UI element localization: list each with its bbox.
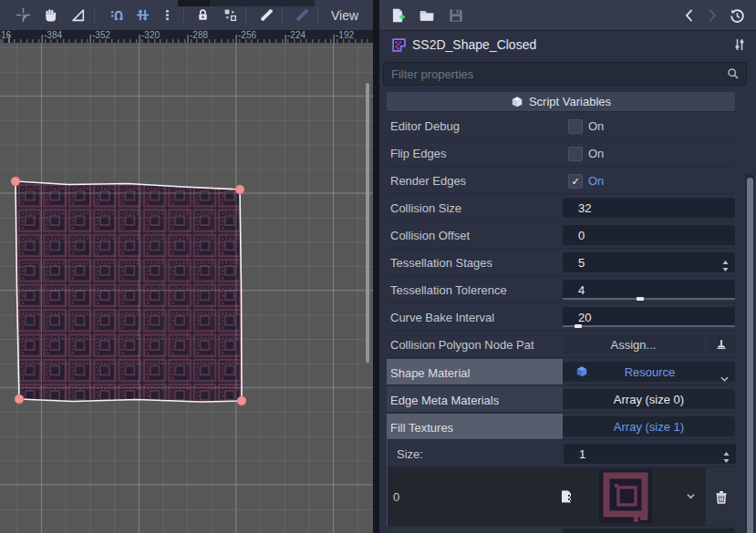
edge-meta-materials-array[interactable]: Array (size 0) — [563, 389, 735, 409]
history-forward-icon[interactable] — [701, 5, 723, 26]
ruler-tool-icon[interactable] — [66, 4, 89, 26]
toolbar-separator — [245, 6, 246, 24]
texture-preview[interactable] — [599, 470, 652, 523]
shape-canvas[interactable] — [0, 43, 373, 533]
view-menu-button[interactable]: View — [323, 4, 367, 26]
canvas-viewport[interactable]: View -416 -384 -352 -320 -288 -256 -224 … — [0, 0, 373, 533]
shape-material-label-cell[interactable]: Shape Material — [387, 359, 563, 384]
shape-handle-bottom-right[interactable] — [237, 396, 246, 405]
collision-size-value: 32 — [578, 201, 591, 215]
toolbar-separator — [282, 6, 283, 24]
trash-icon[interactable] — [714, 489, 729, 505]
move-tool-icon[interactable] — [11, 4, 35, 26]
tessellation-tolerence-field[interactable]: 4 — [563, 280, 735, 300]
spinner-updown-icon[interactable] — [722, 451, 730, 466]
fill-textures-array[interactable]: Array (size 1) — [563, 416, 735, 436]
checkbox-label: On — [588, 112, 604, 139]
slider-grabber[interactable] — [637, 297, 644, 301]
section-script-variables[interactable]: Script Variables — [387, 92, 735, 111]
shape-material-resource[interactable]: Resource — [563, 362, 735, 382]
property-label: Flip Edges — [390, 139, 446, 167]
property-row-render-edges: Render Edges ✓ On — [387, 166, 735, 194]
inspector-scrollbar-thumb[interactable] — [747, 178, 753, 533]
flip-edges-checkbox[interactable] — [568, 147, 583, 161]
pan-tool-icon[interactable] — [38, 4, 62, 26]
shape-handle-top-right[interactable] — [235, 185, 244, 194]
filter-properties-input[interactable] — [384, 67, 727, 81]
closed-shape-fill[interactable] — [16, 181, 242, 402]
new-resource-icon[interactable] — [387, 5, 409, 26]
node-title-row: SS2D_Shape_Closed — [379, 31, 756, 58]
assign-node-path-button[interactable]: Assign... — [563, 334, 704, 354]
viewport-vertical-scrollbar[interactable] — [366, 83, 369, 363]
chevron-down-icon — [720, 372, 730, 385]
tessellation-tolerence-value: 4 — [578, 283, 585, 297]
render-edges-checkbox[interactable]: ✓ — [568, 174, 583, 189]
ruler-label: -352 — [92, 30, 110, 40]
history-back-icon[interactable] — [678, 5, 700, 26]
bone-icon[interactable] — [254, 4, 278, 26]
inspector-panel: SS2D_Shape_Closed Scrip — [379, 0, 756, 533]
lock-icon[interactable] — [191, 4, 214, 26]
property-row-fill-textures: Fill Textures Array (size 1) — [387, 412, 735, 440]
snap-options-icon[interactable] — [155, 4, 179, 26]
section-label: Script Variables — [529, 95, 611, 108]
property-label: Collision Offset — [390, 221, 470, 249]
canvas-area[interactable] — [0, 43, 373, 533]
ruler-label: -256 — [238, 30, 256, 40]
panel-splitter[interactable] — [373, 0, 379, 533]
property-row-shape-material: Shape Material Resource — [387, 357, 735, 385]
slider-track — [563, 298, 735, 300]
item-chevron-down-icon[interactable] — [686, 493, 696, 500]
save-icon[interactable] — [445, 5, 467, 26]
canvas-toolbar: View — [0, 0, 373, 31]
property-label: Collision Size — [390, 194, 461, 221]
property-row-collision-offset: Collision Offset 0 — [387, 220, 735, 249]
property-label: Render Edges — [390, 167, 466, 194]
smart-snap-icon[interactable] — [105, 4, 129, 26]
editor-debug-checkbox[interactable] — [568, 119, 583, 134]
property-row-collision-polygon-node-path: Collision Polygon Node Pat Assign... — [387, 330, 735, 358]
spinner-updown-icon[interactable] — [721, 260, 730, 275]
property-row-array-size: Size: 1 — [387, 439, 736, 467]
tessellation-stages-field[interactable]: 5 — [563, 252, 735, 272]
property-row-tessellation-stages: Tessellation Stages 5 — [387, 248, 735, 276]
shape-handle-bottom-left[interactable] — [15, 395, 24, 404]
fill-textures-label-cell[interactable]: Fill Textures — [387, 414, 563, 439]
ruler-label: -320 — [141, 30, 160, 40]
inspector-scrollbar-track[interactable] — [745, 173, 754, 533]
array-size-value: 1 — [579, 447, 585, 461]
property-label: Edge Meta Materials — [390, 386, 499, 414]
edge-meta-materials-label-cell[interactable]: Edge Meta Materials — [387, 386, 563, 412]
toolbar-separator — [94, 6, 95, 24]
grid-snap-icon[interactable] — [130, 4, 154, 26]
property-label: Size: — [397, 440, 423, 467]
collision-offset-field[interactable]: 0 — [563, 225, 735, 245]
assign-button-label: Assign... — [611, 338, 657, 352]
property-row-tessellation-tolerence: Tessellation Tolerence 4 — [387, 275, 735, 303]
group-icon[interactable] — [218, 4, 242, 26]
history-menu-icon[interactable] — [726, 5, 748, 26]
node-title: SS2D_Shape_Closed — [412, 37, 536, 52]
curve-bake-interval-value: 20 — [578, 311, 591, 324]
filter-properties-box — [383, 62, 747, 86]
cutoff-next-row — [387, 526, 735, 533]
shape-handle-top-left[interactable] — [11, 177, 20, 186]
curve-bake-interval-field[interactable]: 20 — [563, 307, 735, 327]
array-size-field[interactable]: 1 — [564, 444, 736, 464]
collision-size-field[interactable]: 32 — [563, 198, 735, 218]
resource-cube-icon — [575, 365, 588, 378]
object-tools-icon[interactable] — [732, 37, 747, 52]
load-folder-icon[interactable] — [416, 5, 438, 26]
godot-editor: View -416 -384 -352 -320 -288 -256 -224 … — [0, 0, 756, 533]
skeleton-options-icon[interactable] — [290, 4, 314, 26]
collision-offset-value: 0 — [578, 229, 585, 242]
slider-grabber[interactable] — [575, 324, 582, 328]
inspector-toolbar — [379, 0, 756, 31]
node-picker-icon — [715, 338, 728, 351]
pick-node-button[interactable] — [707, 334, 735, 354]
toolbar-separator — [183, 6, 184, 24]
edit-texture-icon[interactable] — [559, 489, 574, 504]
array-item-index: 0 — [393, 467, 399, 527]
properties-list: Script Variables Editor Debug On Flip Ed… — [379, 87, 756, 533]
